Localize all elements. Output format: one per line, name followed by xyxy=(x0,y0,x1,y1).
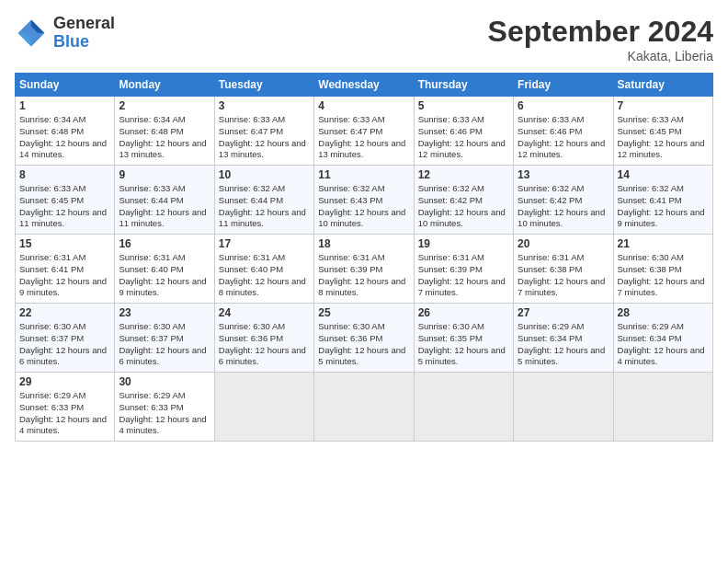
table-row: 27 Sunrise: 6:29 AMSunset: 6:34 PMDaylig… xyxy=(514,304,613,373)
table-row xyxy=(613,373,712,442)
logo-general: General xyxy=(53,15,115,33)
day-number: 22 xyxy=(19,306,110,319)
header: General Blue September 2024 Kakata, Libe… xyxy=(15,15,713,63)
logo-icon xyxy=(15,17,48,50)
table-row: 7 Sunrise: 6:33 AMSunset: 6:45 PMDayligh… xyxy=(613,97,712,166)
day-detail: Sunrise: 6:29 AMSunset: 6:34 PMDaylight:… xyxy=(618,321,705,366)
day-number: 29 xyxy=(19,375,110,388)
col-monday: Monday xyxy=(115,74,214,97)
day-detail: Sunrise: 6:32 AMSunset: 6:41 PMDaylight:… xyxy=(618,183,705,228)
logo: General Blue xyxy=(15,15,115,52)
day-detail: Sunrise: 6:31 AMSunset: 6:41 PMDaylight:… xyxy=(19,252,107,297)
table-row: 13 Sunrise: 6:32 AMSunset: 6:42 PMDaylig… xyxy=(514,166,613,235)
day-number: 17 xyxy=(219,237,310,250)
table-row: 25 Sunrise: 6:30 AMSunset: 6:36 PMDaylig… xyxy=(314,304,414,373)
day-detail: Sunrise: 6:34 AMSunset: 6:48 PMDaylight:… xyxy=(119,114,206,159)
table-row: 17 Sunrise: 6:31 AMSunset: 6:40 PMDaylig… xyxy=(214,235,313,304)
day-number: 20 xyxy=(518,237,609,250)
header-row: Sunday Monday Tuesday Wednesday Thursday… xyxy=(16,74,713,97)
day-number: 8 xyxy=(19,168,110,181)
day-detail: Sunrise: 6:30 AMSunset: 6:36 PMDaylight:… xyxy=(318,321,405,366)
day-number: 2 xyxy=(119,99,210,112)
day-detail: Sunrise: 6:33 AMSunset: 6:45 PMDaylight:… xyxy=(618,114,705,159)
table-row: 23 Sunrise: 6:30 AMSunset: 6:37 PMDaylig… xyxy=(115,304,214,373)
col-friday: Friday xyxy=(514,74,613,97)
day-detail: Sunrise: 6:30 AMSunset: 6:37 PMDaylight:… xyxy=(19,321,107,366)
day-detail: Sunrise: 6:32 AMSunset: 6:43 PMDaylight:… xyxy=(318,183,405,228)
day-number: 16 xyxy=(119,237,210,250)
table-row: 22 Sunrise: 6:30 AMSunset: 6:37 PMDaylig… xyxy=(16,304,115,373)
day-number: 1 xyxy=(19,99,110,112)
col-tuesday: Tuesday xyxy=(214,74,313,97)
day-number: 9 xyxy=(119,168,210,181)
table-row: 28 Sunrise: 6:29 AMSunset: 6:34 PMDaylig… xyxy=(613,304,712,373)
day-number: 11 xyxy=(318,168,409,181)
title-block: September 2024 Kakata, Liberia xyxy=(488,15,713,63)
day-number: 24 xyxy=(219,306,310,319)
day-detail: Sunrise: 6:30 AMSunset: 6:37 PMDaylight:… xyxy=(119,321,206,366)
day-detail: Sunrise: 6:33 AMSunset: 6:46 PMDaylight:… xyxy=(518,114,605,159)
table-row: 6 Sunrise: 6:33 AMSunset: 6:46 PMDayligh… xyxy=(514,97,613,166)
calendar-table: Sunday Monday Tuesday Wednesday Thursday… xyxy=(15,73,713,442)
table-row xyxy=(314,373,414,442)
day-number: 12 xyxy=(418,168,509,181)
week-row: 15 Sunrise: 6:31 AMSunset: 6:41 PMDaylig… xyxy=(16,235,713,304)
table-row: 11 Sunrise: 6:32 AMSunset: 6:43 PMDaylig… xyxy=(314,166,414,235)
day-detail: Sunrise: 6:31 AMSunset: 6:39 PMDaylight:… xyxy=(418,252,506,297)
table-row: 20 Sunrise: 6:31 AMSunset: 6:38 PMDaylig… xyxy=(514,235,613,304)
table-row: 19 Sunrise: 6:31 AMSunset: 6:39 PMDaylig… xyxy=(414,235,513,304)
col-sunday: Sunday xyxy=(16,74,115,97)
day-number: 13 xyxy=(518,168,609,181)
day-detail: Sunrise: 6:32 AMSunset: 6:42 PMDaylight:… xyxy=(518,183,605,228)
month-title: September 2024 xyxy=(488,15,713,49)
day-detail: Sunrise: 6:29 AMSunset: 6:33 PMDaylight:… xyxy=(19,390,107,435)
table-row: 24 Sunrise: 6:30 AMSunset: 6:36 PMDaylig… xyxy=(214,304,313,373)
table-row: 2 Sunrise: 6:34 AMSunset: 6:48 PMDayligh… xyxy=(115,97,214,166)
day-detail: Sunrise: 6:31 AMSunset: 6:40 PMDaylight:… xyxy=(119,252,206,297)
week-row: 22 Sunrise: 6:30 AMSunset: 6:37 PMDaylig… xyxy=(16,304,713,373)
day-detail: Sunrise: 6:30 AMSunset: 6:36 PMDaylight:… xyxy=(219,321,306,366)
day-number: 5 xyxy=(418,99,509,112)
table-row: 18 Sunrise: 6:31 AMSunset: 6:39 PMDaylig… xyxy=(314,235,414,304)
day-number: 15 xyxy=(19,237,110,250)
day-number: 7 xyxy=(618,99,709,112)
table-row: 14 Sunrise: 6:32 AMSunset: 6:41 PMDaylig… xyxy=(613,166,712,235)
day-number: 28 xyxy=(618,306,709,319)
col-thursday: Thursday xyxy=(414,74,513,97)
day-number: 14 xyxy=(618,168,709,181)
day-number: 25 xyxy=(318,306,409,319)
table-row: 15 Sunrise: 6:31 AMSunset: 6:41 PMDaylig… xyxy=(16,235,115,304)
table-row xyxy=(414,373,513,442)
table-row: 1 Sunrise: 6:34 AMSunset: 6:48 PMDayligh… xyxy=(16,97,115,166)
day-detail: Sunrise: 6:30 AMSunset: 6:35 PMDaylight:… xyxy=(418,321,506,366)
table-row xyxy=(514,373,613,442)
day-detail: Sunrise: 6:33 AMSunset: 6:47 PMDaylight:… xyxy=(318,114,405,159)
day-detail: Sunrise: 6:33 AMSunset: 6:47 PMDaylight:… xyxy=(219,114,306,159)
table-row: 12 Sunrise: 6:32 AMSunset: 6:42 PMDaylig… xyxy=(414,166,513,235)
table-row xyxy=(214,373,313,442)
table-row: 10 Sunrise: 6:32 AMSunset: 6:44 PMDaylig… xyxy=(214,166,313,235)
table-row: 3 Sunrise: 6:33 AMSunset: 6:47 PMDayligh… xyxy=(214,97,313,166)
day-detail: Sunrise: 6:29 AMSunset: 6:34 PMDaylight:… xyxy=(518,321,605,366)
day-number: 3 xyxy=(219,99,310,112)
day-number: 19 xyxy=(418,237,509,250)
day-detail: Sunrise: 6:31 AMSunset: 6:40 PMDaylight:… xyxy=(219,252,306,297)
day-number: 30 xyxy=(119,375,210,388)
day-detail: Sunrise: 6:33 AMSunset: 6:46 PMDaylight:… xyxy=(418,114,506,159)
table-row: 21 Sunrise: 6:30 AMSunset: 6:38 PMDaylig… xyxy=(613,235,712,304)
table-row: 8 Sunrise: 6:33 AMSunset: 6:45 PMDayligh… xyxy=(16,166,115,235)
week-row: 8 Sunrise: 6:33 AMSunset: 6:45 PMDayligh… xyxy=(16,166,713,235)
day-detail: Sunrise: 6:30 AMSunset: 6:38 PMDaylight:… xyxy=(618,252,705,297)
day-detail: Sunrise: 6:32 AMSunset: 6:42 PMDaylight:… xyxy=(418,183,506,228)
day-number: 18 xyxy=(318,237,409,250)
logo-text: General Blue xyxy=(53,15,115,52)
day-detail: Sunrise: 6:34 AMSunset: 6:48 PMDaylight:… xyxy=(19,114,107,159)
table-row: 9 Sunrise: 6:33 AMSunset: 6:44 PMDayligh… xyxy=(115,166,214,235)
day-detail: Sunrise: 6:31 AMSunset: 6:39 PMDaylight:… xyxy=(318,252,405,297)
logo-blue: Blue xyxy=(53,33,115,52)
day-detail: Sunrise: 6:33 AMSunset: 6:45 PMDaylight:… xyxy=(19,183,107,228)
table-row: 5 Sunrise: 6:33 AMSunset: 6:46 PMDayligh… xyxy=(414,97,513,166)
day-number: 4 xyxy=(318,99,409,112)
day-number: 21 xyxy=(618,237,709,250)
day-detail: Sunrise: 6:29 AMSunset: 6:33 PMDaylight:… xyxy=(119,390,206,435)
